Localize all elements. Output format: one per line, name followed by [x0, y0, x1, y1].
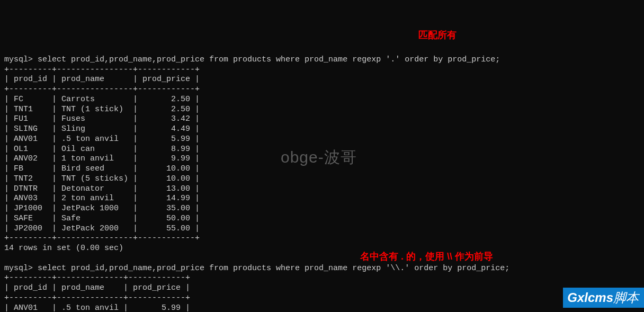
annotation-match-all: 匹配所有: [418, 29, 457, 41]
table-row: | FC | Carrots | 2.50 | | TNT1 | TNT (1 …: [4, 95, 200, 233]
table-header: | prod_id | prod_name | prod_price |: [4, 283, 190, 292]
table-border: +---------+----------------+------------…: [4, 234, 200, 243]
terminal-output: mysql> select prod_id,prod_name,prod_pri…: [4, 45, 640, 312]
site-logo: Gxlcms脚本: [563, 288, 644, 308]
table-border: +---------+--------------+------------+: [4, 293, 190, 302]
table-header: | prod_id | prod_name | prod_price |: [4, 75, 200, 84]
mysql-prompt: mysql>: [4, 264, 33, 273]
mysql-prompt: mysql>: [4, 55, 33, 64]
annotation-escape-dot: 名中含有 . 的，使用 \\ 作为前导: [360, 251, 493, 263]
table-border: +---------+----------------+------------…: [4, 85, 200, 94]
sql-query-2: select prod_id,prod_name,prod_price from…: [38, 264, 509, 273]
result-summary: 14 rows in set (0.00 sec): [4, 244, 123, 253]
table-row: | ANV01 | .5 ton anvil | 5.99 |: [4, 304, 190, 313]
table-border: +---------+----------------+------------…: [4, 65, 200, 74]
table-border: +---------+--------------+------------+: [4, 273, 190, 282]
sql-query-1: select prod_id,prod_name,prod_price from…: [38, 55, 500, 64]
watermark-text: obge-波哥: [281, 147, 357, 167]
